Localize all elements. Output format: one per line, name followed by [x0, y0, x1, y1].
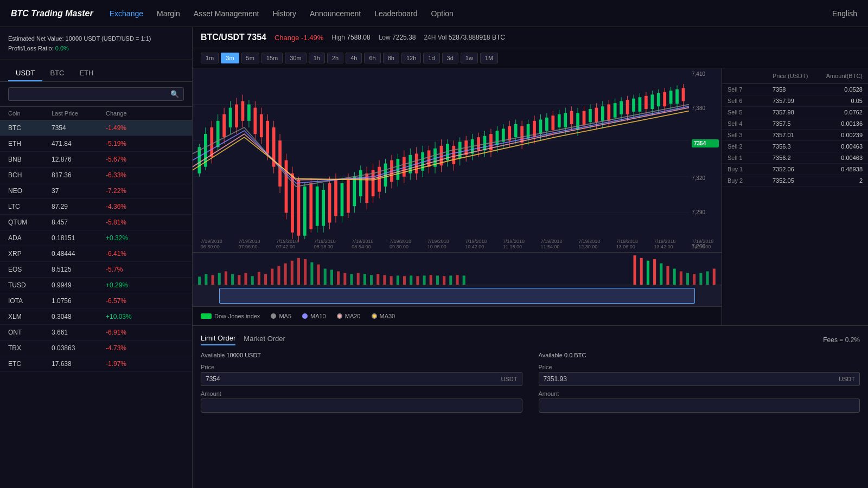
svg-rect-193: [403, 276, 406, 285]
tab-eth[interactable]: ETH: [72, 66, 101, 81]
coin-row-tusd[interactable]: TUSD 0.9949 +0.29%: [0, 278, 192, 293]
ob-buy-2-amount: 2: [818, 177, 863, 184]
tab-btc[interactable]: BTC: [42, 66, 72, 81]
coin-row-ont[interactable]: ONT 3.661 -6.91%: [0, 325, 192, 341]
svg-rect-185: [350, 274, 353, 285]
ob-buy-1[interactable]: Buy 1 7352.06 0.48938: [722, 164, 868, 175]
x-label-0: 7/19/201806:30:00: [201, 239, 222, 249]
language-selector[interactable]: English: [832, 9, 857, 18]
search-input-wrap[interactable]: 🔍: [8, 87, 184, 101]
coin-row-eth[interactable]: ETH 471.84 -5.19%: [0, 136, 192, 152]
bottom-section: Limit Order Market Order Fees = 0.2% Ava…: [193, 325, 868, 488]
ob-sell-5[interactable]: Sell 5 7357.98 0.0762: [722, 107, 868, 118]
ob-sell-1[interactable]: Sell 1 7356.2 0.00463: [722, 152, 868, 164]
coin-price: 8.5125: [52, 266, 106, 273]
coin-row-qtum[interactable]: QTUM 8.457 -5.81%: [0, 215, 192, 230]
ob-sell-3[interactable]: Sell 3 7357.01 0.00239: [722, 130, 868, 141]
coin-name: BCH: [8, 171, 52, 179]
navigator-handle[interactable]: [219, 288, 695, 304]
coin-row-ltc[interactable]: LTC 87.29 -4.36%: [0, 199, 192, 215]
interval-4h[interactable]: 4h: [346, 53, 362, 63]
coin-row-iota[interactable]: IOTA 1.0756 -6.57%: [0, 293, 192, 309]
sell-price-input[interactable]: [544, 375, 839, 383]
svg-rect-214: [706, 271, 709, 285]
interval-1w[interactable]: 1w: [461, 53, 478, 63]
interval-30m[interactable]: 30m: [285, 53, 306, 63]
interval-8h[interactable]: 8h: [383, 53, 399, 63]
ma-item-dow: Dow-Jones index: [201, 313, 260, 319]
tab-market-order[interactable]: Market Order: [244, 335, 285, 345]
nav-items: Exchange Margin Asset Management History…: [110, 9, 832, 18]
x-label-9: 7/19/201811:54:00: [541, 239, 563, 249]
search-input[interactable]: [13, 91, 170, 98]
ob-sell-2[interactable]: Sell 2 7356.3 0.00463: [722, 141, 868, 152]
nav-leaderboard[interactable]: Leaderboard: [374, 9, 417, 18]
ma20-icon: [337, 313, 342, 319]
interval-15m[interactable]: 15m: [261, 53, 283, 63]
interval-1M[interactable]: 1M: [480, 53, 498, 63]
app-logo: BTC Trading Master: [11, 9, 93, 18]
tab-usdt[interactable]: USDT: [8, 66, 42, 81]
coin-name: ETH: [8, 140, 52, 147]
coin-name: XLM: [8, 313, 52, 320]
ma-item-ma20: MA20: [337, 313, 361, 319]
svg-rect-192: [397, 275, 399, 285]
ob-sell-4-price: 7357.5: [773, 120, 818, 127]
x-label-2: 7/19/201807:42:00: [276, 239, 298, 249]
interval-5m[interactable]: 5m: [241, 53, 259, 63]
col-change: Change: [106, 110, 160, 117]
interval-1h[interactable]: 1h: [309, 53, 325, 63]
col-last-price: Last Price: [52, 110, 106, 117]
coin-change: -4.73%: [106, 344, 160, 352]
ob-sell-4[interactable]: Sell 4 7357.5 0.00136: [722, 118, 868, 130]
coin-row-eos[interactable]: EOS 8.5125 -5.7%: [0, 262, 192, 278]
ob-col-price: Price (USDT): [773, 73, 818, 79]
svg-rect-203: [634, 255, 636, 285]
coin-row-neo[interactable]: NEO 37 -7.22%: [0, 183, 192, 199]
svg-rect-207: [660, 264, 662, 285]
coin-row-bch[interactable]: BCH 817.36 -6.33%: [0, 168, 192, 183]
interval-1m[interactable]: 1m: [201, 53, 219, 63]
coin-row-trx[interactable]: TRX 0.03863 -4.73%: [0, 341, 192, 356]
buy-price-label: Price: [201, 364, 522, 370]
tab-limit-order[interactable]: Limit Order: [201, 334, 235, 345]
buy-price-input-wrap[interactable]: USDT: [201, 372, 522, 386]
ob-sell-6[interactable]: Sell 6 7357.99 0.05: [722, 95, 868, 107]
coin-row-ada[interactable]: ADA 0.18151 +0.32%: [0, 230, 192, 246]
nav-announcement[interactable]: Announcement: [310, 9, 361, 18]
interval-1d[interactable]: 1d: [423, 53, 439, 63]
sell-amount-input[interactable]: [544, 402, 856, 409]
svg-rect-172: [264, 274, 267, 285]
svg-rect-194: [410, 275, 412, 285]
sell-price-input-wrap[interactable]: USDT: [539, 372, 860, 386]
interval-12h[interactable]: 12h: [401, 53, 421, 63]
buy-form: Available 10000 USDT Price USDT Amount: [201, 352, 522, 480]
coin-row-etc[interactable]: ETC 17.638 -1.97%: [0, 356, 192, 372]
svg-rect-202: [463, 275, 465, 285]
buy-price-input[interactable]: [206, 375, 501, 383]
nav-exchange[interactable]: Exchange: [110, 9, 143, 18]
coin-row-btc[interactable]: BTC 7354 -1.49%: [0, 120, 192, 136]
chart-high: High 7588.08: [331, 34, 370, 41]
nav-history[interactable]: History: [272, 9, 296, 18]
ob-buy-2[interactable]: Buy 2 7352.05 2: [722, 175, 868, 187]
interval-2h[interactable]: 2h: [327, 53, 343, 63]
ob-sell-7[interactable]: Sell 7 7358 0.0528: [722, 84, 868, 95]
coin-row-bnb[interactable]: BNB 12.876 -5.67%: [0, 152, 192, 168]
nav-margin[interactable]: Margin: [157, 9, 180, 18]
buy-amount-input-wrap[interactable]: [201, 399, 522, 413]
buy-amount-input[interactable]: [206, 402, 518, 409]
coin-row-xrp[interactable]: XRP 0.48444 -6.41%: [0, 246, 192, 262]
buy-amount-label: Amount: [201, 390, 522, 397]
nav-asset-management[interactable]: Asset Management: [194, 9, 259, 18]
svg-rect-209: [673, 269, 676, 285]
interval-3m[interactable]: 3m: [221, 53, 239, 63]
svg-rect-175: [284, 264, 287, 285]
interval-6h[interactable]: 6h: [364, 53, 380, 63]
sell-amount-input-wrap[interactable]: [539, 399, 860, 413]
time-intervals: 1m 3m 5m 15m 30m 1h 2h 4h 6h 8h 12h 1d 3…: [193, 48, 868, 68]
coin-row-xlm[interactable]: XLM 0.3048 +10.03%: [0, 309, 192, 325]
interval-3d[interactable]: 3d: [442, 53, 458, 63]
nav-option[interactable]: Option: [431, 9, 454, 18]
svg-rect-168: [238, 275, 240, 285]
